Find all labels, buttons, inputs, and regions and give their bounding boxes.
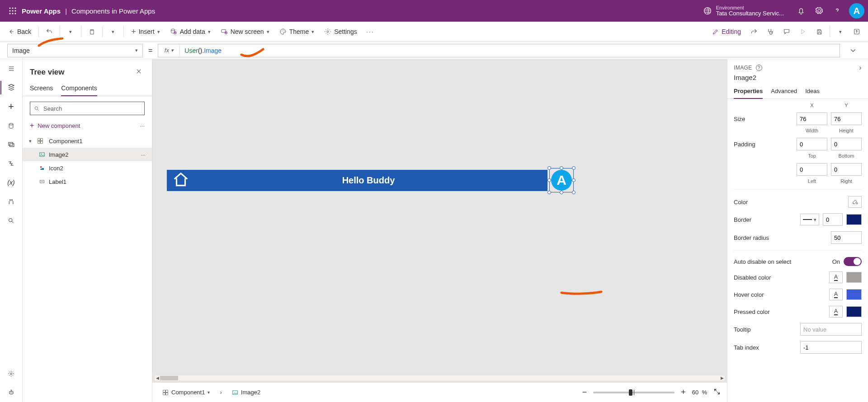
undo-dropdown[interactable]: ▾	[63, 24, 78, 39]
panel-collapse[interactable]: ›	[859, 64, 862, 72]
publish-button[interactable]	[849, 24, 864, 39]
border-style-dropdown[interactable]: ▾	[800, 214, 819, 225]
disabled-text-color[interactable]: A	[829, 271, 843, 283]
padding-right-input[interactable]	[831, 163, 862, 176]
padding-top-input[interactable]	[797, 138, 827, 150]
bottom-sublabel: Bottom	[831, 153, 862, 159]
new-screen-button[interactable]: New screen ▾	[216, 24, 274, 39]
auto-disable-toggle[interactable]	[844, 257, 862, 266]
tabindex-input[interactable]	[800, 341, 862, 354]
settings-rail-icon[interactable]	[0, 364, 22, 383]
help-icon[interactable]	[828, 0, 846, 22]
scroll-right-icon[interactable]: ▶	[719, 375, 725, 381]
tab-components[interactable]: Components	[61, 84, 97, 96]
title-separator: |	[65, 7, 67, 15]
search-rail-icon[interactable]	[0, 211, 22, 230]
svg-point-27	[35, 107, 38, 110]
breadcrumb-component[interactable]: Component1 ▾	[159, 387, 213, 397]
canvas-horizontal-scrollbar[interactable]: ◀ ▶	[154, 375, 725, 381]
tree-item-icon2[interactable]: Icon2	[23, 161, 152, 175]
insert-rail-icon[interactable]: +	[0, 97, 22, 116]
tree-item-more-icon[interactable]: ···	[141, 151, 146, 158]
svg-point-8	[14, 13, 16, 14]
color-picker[interactable]	[848, 196, 862, 208]
undo-button[interactable]	[42, 24, 57, 39]
environment-picker[interactable]: Environment Tata Consultancy Servic...	[703, 5, 784, 17]
hover-text-color[interactable]: A	[829, 289, 843, 300]
hamburger-icon[interactable]	[0, 59, 22, 78]
tree-item-label1[interactable]: Label1	[23, 175, 152, 188]
tab-advanced[interactable]: Advanced	[771, 85, 797, 98]
fx-label[interactable]: fx▾	[158, 44, 180, 57]
header-component[interactable]: Hello Buddy A	[167, 170, 547, 191]
pressed-color-label: Pressed color	[734, 309, 829, 315]
power-automate-rail-icon[interactable]	[0, 154, 22, 173]
share-button[interactable]	[746, 24, 762, 39]
save-dropdown[interactable]: ▾	[833, 24, 848, 39]
height-input[interactable]	[831, 112, 862, 125]
control-name: Image2	[727, 73, 868, 85]
disabled-fill-swatch[interactable]	[846, 272, 862, 283]
tree-view-icon[interactable]	[0, 78, 22, 97]
border-width-input[interactable]	[823, 213, 843, 226]
editing-mode-button[interactable]: Editing	[708, 24, 745, 39]
width-input[interactable]	[797, 112, 827, 125]
padding-left-input[interactable]	[797, 163, 827, 176]
insert-button[interactable]: + Insert ▾	[127, 24, 165, 39]
back-button[interactable]: Back	[4, 24, 36, 39]
overflow-button[interactable]: ···	[363, 24, 378, 39]
notifications-icon[interactable]	[792, 0, 810, 22]
breadcrumb-image[interactable]: Image2	[228, 387, 264, 397]
tools-rail-icon[interactable]	[0, 192, 22, 211]
info-icon[interactable]: ?	[756, 65, 762, 71]
tab-properties[interactable]: Properties	[734, 85, 763, 99]
property-dropdown[interactable]: Image ▾	[7, 44, 143, 57]
comments-button[interactable]	[779, 24, 794, 39]
data-rail-icon[interactable]	[0, 116, 22, 135]
tooltip-input[interactable]	[800, 323, 862, 336]
tree-search-input[interactable]: Search	[30, 102, 145, 115]
user-avatar[interactable]: A	[849, 3, 864, 19]
add-data-button[interactable]: Add data ▾	[165, 24, 215, 39]
share-icon	[750, 28, 758, 35]
paste-dropdown[interactable]: ▾	[105, 24, 121, 39]
command-bar: Back ▾ ▾ + Insert ▾ Add data ▾ New scree…	[0, 22, 868, 42]
preview-button[interactable]	[795, 24, 811, 39]
border-radius-input[interactable]	[831, 231, 862, 244]
canvas[interactable]: Hello Buddy A ◀ ▶ Compon	[152, 59, 727, 402]
tree-item-image2[interactable]: Image2 ···	[23, 148, 152, 161]
media-rail-icon[interactable]	[0, 135, 22, 154]
border-color-swatch[interactable]	[846, 214, 862, 225]
tree-item-component1[interactable]: ▾ Component1	[23, 134, 152, 148]
padding-bottom-input[interactable]	[831, 138, 862, 150]
settings-gear-icon[interactable]	[810, 0, 828, 22]
pressed-fill-swatch[interactable]	[846, 306, 862, 317]
settings-button[interactable]: Settings	[320, 24, 362, 39]
new-component-button[interactable]: + New component	[30, 122, 80, 130]
chevron-down-icon: ▾	[311, 29, 314, 35]
variables-rail-icon[interactable]: (x)	[0, 173, 22, 192]
tab-screens[interactable]: Screens	[30, 84, 53, 96]
save-button[interactable]	[811, 24, 827, 39]
hover-fill-swatch[interactable]	[846, 289, 862, 300]
tab-ideas[interactable]: Ideas	[805, 85, 820, 98]
formula-input[interactable]: fx▾ User().Image	[158, 44, 840, 57]
zoom-in[interactable]: +	[681, 388, 686, 397]
collapse-icon[interactable]: ▾	[27, 138, 33, 144]
zoom-slider[interactable]	[593, 392, 675, 393]
app-launcher-icon[interactable]	[4, 0, 22, 22]
virtual-agent-rail-icon[interactable]	[0, 383, 22, 402]
formula-expand[interactable]	[845, 43, 861, 58]
pressed-text-color[interactable]: A	[829, 306, 843, 318]
scroll-thumb[interactable]	[160, 376, 178, 380]
fit-to-screen[interactable]	[713, 388, 721, 397]
new-screen-label: New screen	[231, 28, 264, 35]
tree-view-close[interactable]	[133, 65, 145, 79]
app-checker-button[interactable]	[763, 24, 778, 39]
paste-button[interactable]	[84, 24, 99, 39]
selection-handles[interactable]: A	[549, 168, 574, 192]
components-more-icon[interactable]: ···	[140, 122, 145, 129]
zoom-out[interactable]: −	[582, 388, 587, 397]
theme-button[interactable]: Theme ▾	[275, 24, 319, 39]
scroll-left-icon[interactable]: ◀	[155, 375, 160, 381]
